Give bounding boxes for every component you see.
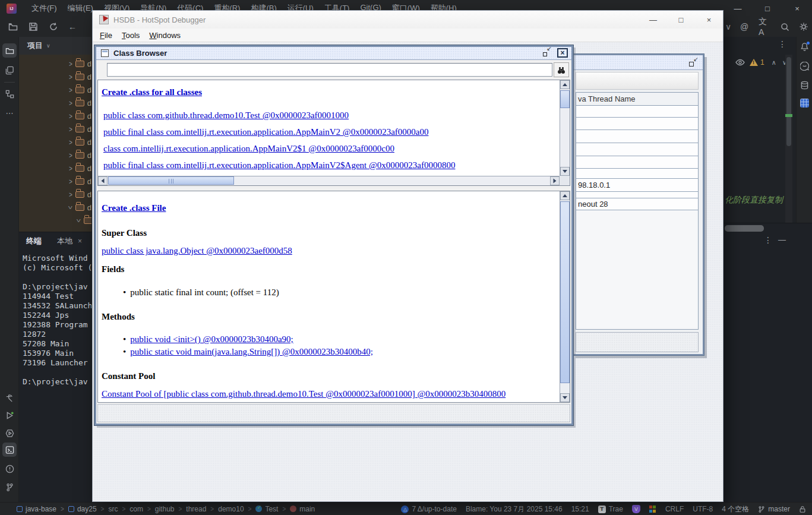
thread-row[interactable]: 98.18.0.1: [576, 179, 698, 192]
tree-row[interactable]: >da: [19, 83, 92, 96]
structure-tool-icon[interactable]: [2, 87, 17, 101]
settings-gear-icon[interactable]: [798, 21, 810, 33]
save-icon[interactable]: [27, 21, 39, 33]
lock-icon[interactable]: [799, 505, 806, 513]
super-class-link[interactable]: public class java.lang.Object @0x0000023…: [102, 246, 292, 256]
ide-menu-item-0[interactable]: 文件(F): [26, 1, 62, 16]
chevron-right-icon[interactable]: >: [69, 164, 72, 172]
run-config-caret-icon[interactable]: ∨: [722, 21, 734, 33]
git-tool-icon[interactable]: [2, 480, 17, 494]
breadcrumb-item-github[interactable]: github: [155, 505, 175, 513]
threads-frame-titlebar[interactable]: ↙: [574, 55, 703, 70]
thread-row[interactable]: [576, 143, 698, 156]
tree-row[interactable]: >da: [19, 122, 92, 135]
scroll-right-button[interactable]: [550, 176, 560, 185]
tree-row[interactable]: >da: [19, 175, 92, 188]
class-link[interactable]: public final class com.intellij.rt.execu…: [103, 160, 455, 170]
method-link[interactable]: public static void main(java.lang.String…: [130, 347, 373, 356]
chevron-right-icon[interactable]: >: [69, 177, 72, 185]
class-browser-close-button[interactable]: ×: [557, 48, 568, 58]
chevron-right-icon[interactable]: >: [69, 59, 72, 68]
editor-scrollbar[interactable]: [785, 55, 792, 223]
tree-row[interactable]: >da: [19, 57, 92, 70]
chevron-right-icon[interactable]: >: [69, 72, 72, 81]
breadcrumb-item-thread[interactable]: thread: [186, 505, 206, 513]
tree-row[interactable]: >da: [19, 188, 92, 201]
class-search-input[interactable]: [107, 63, 552, 77]
method-link[interactable]: public void <init>() @0x0000023b30400a90…: [130, 334, 293, 344]
threads-restore-button[interactable]: ↙: [688, 58, 698, 67]
ide-close-button[interactable]: ×: [782, 0, 812, 17]
tree-row[interactable]: >da: [19, 201, 92, 214]
translate-icon[interactable]: 文A: [759, 21, 770, 33]
build-tool-icon[interactable]: [2, 391, 17, 405]
windows-logo-icon[interactable]: [649, 505, 656, 513]
plugin-panel-icon[interactable]: [798, 97, 811, 109]
breadcrumb-item-main[interactable]: main: [290, 505, 315, 513]
thread-row[interactable]: [576, 118, 698, 130]
project-tool-icon[interactable]: [2, 43, 17, 58]
class-list-vscrollbar[interactable]: [560, 80, 570, 176]
run-tool-icon[interactable]: [2, 408, 17, 422]
shield-plugin-icon[interactable]: V: [632, 505, 640, 513]
class-list-hscrollbar[interactable]: [98, 176, 560, 185]
class-browser-titlebar[interactable]: Class Browser ↙ ×: [96, 47, 571, 60]
threads-column-header[interactable]: va Thread Name: [576, 93, 698, 106]
scroll-down-button[interactable]: [560, 167, 570, 176]
scroll-up-button[interactable]: [560, 191, 570, 200]
create-all-classes-link[interactable]: Create .class for all classes: [102, 87, 202, 97]
hsdb-titlebar[interactable]: HSDB - HotSpot Debugger — □ ×: [93, 11, 723, 29]
ai-chat-icon[interactable]: [798, 60, 811, 72]
terminal-output[interactable]: Microsoft Wind(c) Microsoft ( D:\project…: [23, 254, 92, 387]
scrollbar-thumb[interactable]: [108, 176, 234, 185]
scroll-left-button[interactable]: [98, 176, 108, 185]
scrollbar-thumb[interactable]: [560, 201, 570, 383]
vcs-changes-widget[interactable]: △ 7 Δ/up-to-date: [401, 505, 456, 513]
scroll-down-button[interactable]: [560, 393, 570, 402]
hsdb-menu-file[interactable]: File: [95, 30, 117, 41]
scroll-up-button[interactable]: [560, 80, 570, 89]
class-link[interactable]: class com.intellij.rt.execution.applicat…: [103, 144, 394, 154]
database-icon[interactable]: [798, 79, 811, 91]
breadcrumb-item-Test[interactable]: Test: [255, 505, 278, 513]
thread-row[interactable]: [576, 169, 698, 179]
breadcrumb-item-java-base[interactable]: java-base: [17, 505, 56, 513]
chevron-right-icon[interactable]: >: [69, 99, 72, 107]
hide-panel-icon[interactable]: —: [778, 235, 786, 244]
chevron-down-icon[interactable]: >: [75, 219, 83, 222]
editor-scrollbar-thumb[interactable]: [786, 57, 791, 146]
class-link[interactable]: public class com.github.thread.demo10.Te…: [103, 110, 349, 121]
notifications-bell-icon[interactable]: [798, 40, 811, 53]
thread-row[interactable]: [576, 106, 698, 118]
breadcrumb-item-demo10[interactable]: demo10: [218, 505, 244, 513]
ide-minimize-button[interactable]: —: [723, 0, 753, 17]
tree-row[interactable]: >da: [19, 96, 92, 109]
ide-maximize-button[interactable]: □: [753, 0, 782, 17]
chevron-down-icon[interactable]: >: [67, 206, 75, 209]
terminal-panel-title[interactable]: 终端: [26, 236, 42, 247]
eye-icon[interactable]: [735, 59, 745, 66]
chevron-right-icon[interactable]: >: [69, 138, 72, 146]
chevron-right-icon[interactable]: >: [69, 151, 72, 159]
tree-row[interactable]: >da: [19, 162, 92, 175]
hsdb-menu-windows[interactable]: Windows: [144, 30, 185, 41]
breadcrumb-item-day25[interactable]: day25: [68, 505, 97, 513]
search-button[interactable]: [554, 62, 569, 77]
chevron-right-icon[interactable]: >: [69, 112, 72, 120]
refresh-icon[interactable]: [48, 21, 59, 33]
more-vertical-icon[interactable]: ⋮: [764, 235, 772, 245]
warning-count[interactable]: 1: [760, 58, 764, 67]
breadcrumb-item-com[interactable]: com: [129, 505, 143, 513]
problems-tool-icon[interactable]: [2, 462, 17, 476]
create-class-file-link[interactable]: Create .class File: [102, 203, 166, 213]
project-panel-header[interactable]: 项目 ∨: [19, 37, 91, 55]
chevron-right-icon[interactable]: >: [69, 86, 72, 94]
terminal-tool-icon[interactable]: [2, 443, 17, 457]
chevron-right-icon[interactable]: >: [69, 125, 72, 133]
thread-row[interactable]: [576, 192, 698, 198]
terminal-tab-local[interactable]: 本地: [57, 236, 72, 247]
back-arrow-icon[interactable]: ←: [67, 21, 78, 33]
class-link[interactable]: public final class com.intellij.rt.execu…: [103, 127, 428, 137]
more-vertical-icon[interactable]: ⋮: [778, 39, 786, 49]
hsdb-menu-tools[interactable]: Tools: [117, 30, 144, 41]
